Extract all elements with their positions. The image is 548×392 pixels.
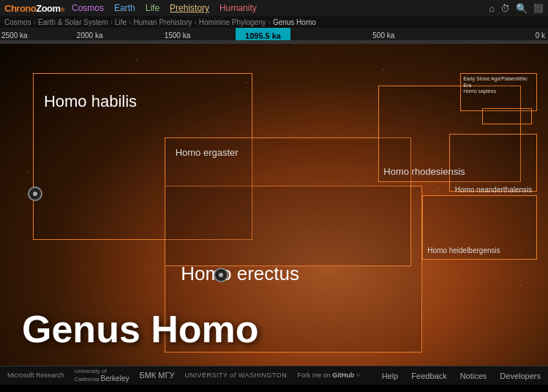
bc-hominine[interactable]: Hominine Phylogeny <box>199 18 266 26</box>
homo-neanderthalensis-box[interactable] <box>449 134 537 192</box>
bc-human-prehistory[interactable]: Human Prehistory <box>133 18 192 26</box>
nav-prehistory[interactable]: Prehistory <box>170 3 209 13</box>
clock-icon[interactable]: ⏱ <box>500 3 510 14</box>
timeline-ruler <box>0 40 548 43</box>
washington-logo: UNIVERSITY of WASHINGTON <box>184 372 287 380</box>
developers-link[interactable]: Developers <box>500 372 541 380</box>
footer-links: Help Feedback Notices Developers <box>382 372 541 380</box>
microsoft-logo: Microsoft Research <box>7 372 64 380</box>
homo-erectus-label: Homo erectus <box>181 263 299 285</box>
footer-logos: Microsoft Research University of Califor… <box>7 368 360 384</box>
nav-icons: ⌂ ⏱ 🔍 ⬛ <box>489 3 544 14</box>
bc-earth[interactable]: Earth & Solar System <box>38 18 108 26</box>
home-icon[interactable]: ⌂ <box>489 3 495 14</box>
nav-earth[interactable]: Earth <box>114 3 135 13</box>
tick-2500: 2500 ka <box>1 31 28 39</box>
homo-rhodesiensis-label: Homo rhodesiensis <box>383 166 465 177</box>
nav-links: Cosmos Earth Life Prehistory Humanity <box>72 3 489 13</box>
early-stone-age-label: Early Stone Age/Palaeolithic Era <box>463 75 536 88</box>
genus-homo-title: Genus Homo <box>22 307 259 351</box>
homo-habilis-label: Homo habilis <box>44 92 137 111</box>
timeline[interactable]: 1095.5 ka 2500 ka 2000 ka 1500 ka 500 ka… <box>0 28 548 44</box>
feedback-link[interactable]: Feedback <box>411 372 446 380</box>
help-link[interactable]: Help <box>382 372 399 380</box>
tick-1500: 1500 ka <box>165 31 191 39</box>
tick-2000: 2000 ka <box>77 31 103 39</box>
bc-life[interactable]: Life <box>115 18 127 26</box>
search-icon[interactable]: 🔍 <box>516 3 528 14</box>
footer: Microsoft Research University of Califor… <box>0 366 548 385</box>
nav-cosmos[interactable]: Cosmos <box>72 3 104 13</box>
homo-sapiens-label: Homo sapiens <box>463 88 496 94</box>
nav-life[interactable]: Life <box>146 3 159 13</box>
rhodesiensis-inner-box <box>482 108 531 124</box>
notices-link[interactable]: Notices <box>460 372 487 380</box>
early-stone-age-box[interactable]: Early Stone Age/Palaeolithic Era Homo sa… <box>460 73 537 112</box>
image-icon[interactable]: ⬛ <box>533 4 544 13</box>
homo-neanderthalensis-label: Homo neanderthalensis <box>455 186 533 194</box>
tick-500: 500 ka <box>372 31 394 39</box>
berkeley-logo: University of California Berkeley <box>75 368 130 384</box>
homo-heidelbergensis-label: Homo heidelbergensis <box>427 246 500 255</box>
bmk-logo: БМК МГУ <box>139 371 174 380</box>
breadcrumb: Cosmos › Earth & Solar System › Life › H… <box>0 16 548 28</box>
top-navigation: ChronoZoom® Cosmos Earth Life Prehistory… <box>0 0 548 16</box>
tick-0: 0 k <box>536 31 545 39</box>
github-logo[interactable]: Fork me on GitHub ⑂ <box>297 372 360 380</box>
nav-humanity[interactable]: Humanity <box>219 3 257 13</box>
bc-current: Genus Homo <box>273 18 316 26</box>
ergaster-icon[interactable] <box>214 268 228 282</box>
bc-cosmos[interactable]: Cosmos <box>4 18 31 26</box>
main-canvas[interactable]: Genus Homo Homo habilis Homo ergaster Ho… <box>0 44 548 366</box>
homo-ergaster-label: Homo ergaster <box>176 147 239 158</box>
planet-icon[interactable] <box>28 186 42 201</box>
app-logo[interactable]: ChronoZoom® <box>4 3 64 14</box>
